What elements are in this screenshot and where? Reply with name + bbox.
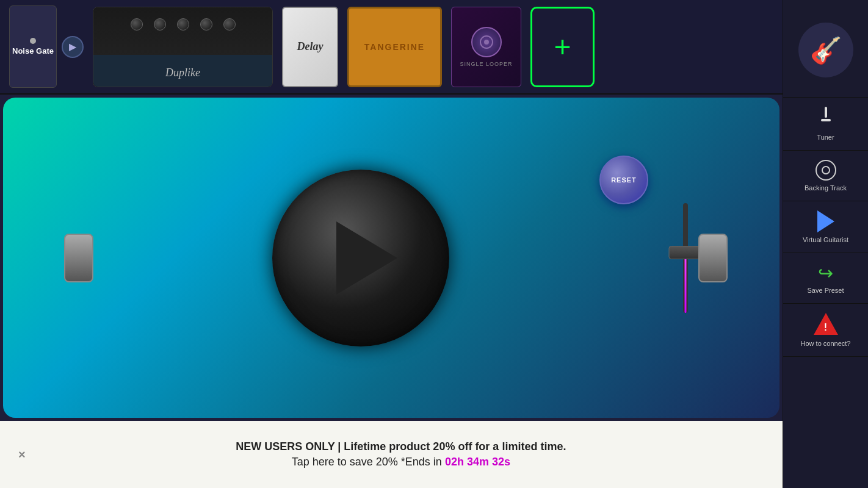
guitar-icon: 🎸 — [810, 35, 842, 65]
add-plus-icon: + — [554, 32, 571, 62]
amp-knob-3 — [177, 18, 189, 30]
looper-circle — [471, 27, 502, 57]
ad-tap-text: Tap here to save 20% *Ends in — [292, 456, 445, 468]
backing-track-label: Backing Track — [805, 184, 847, 192]
amp-knob-4 — [200, 18, 212, 30]
play-button[interactable] — [272, 170, 449, 346]
amp-knob-5 — [223, 18, 236, 30]
save-arrow-icon: ↪ — [818, 262, 833, 284]
cabinet-label: TANGERINE — [364, 42, 425, 52]
virtual-guitarist-label: Virtual Guitarist — [803, 236, 848, 243]
looper-unit[interactable]: SINGLE LOOPER — [451, 7, 521, 87]
add-effect-button[interactable]: + — [530, 7, 595, 87]
delay-label: Delay — [297, 40, 324, 53]
ad-timer: 02h 34m 32s — [445, 456, 510, 468]
warning-exclamation: ! — [824, 322, 827, 333]
slider-track — [683, 203, 688, 313]
knob-left — [64, 234, 93, 282]
amp-knob-1 — [131, 18, 143, 30]
reset-button[interactable]: RESET — [599, 156, 648, 204]
warning-container: ! — [814, 313, 838, 336]
looper-display: RESET — [0, 95, 783, 421]
ad-line1: NEW USERS ONLY | Lifetime product 20% of… — [38, 440, 764, 453]
amp-knob-2 — [154, 18, 166, 30]
sidebar-item-tuner[interactable]: Tuner — [783, 98, 868, 151]
ad-text: NEW USERS ONLY | Lifetime product 20% of… — [38, 440, 764, 468]
save-preset-label: Save Preset — [808, 287, 844, 294]
noise-gate-label: Noise Gate — [12, 46, 54, 56]
reset-label: RESET — [611, 176, 637, 184]
tuner-icon — [816, 107, 836, 130]
amp-unit[interactable]: Duplike — [93, 7, 273, 87]
sidebar-top: 🎸 — [783, 3, 868, 98]
looper-label: SINGLE LOOPER — [460, 61, 512, 67]
slider-fill — [685, 253, 687, 313]
sidebar-item-how-to-connect[interactable]: ! How to connect? — [783, 304, 868, 357]
side-knob-right — [698, 234, 728, 282]
cabinet-unit[interactable]: TANGERINE — [347, 7, 442, 87]
volume-slider[interactable] — [683, 203, 688, 313]
delay-pedal[interactable]: Delay — [282, 7, 338, 87]
virtual-guitarist-icon — [817, 210, 834, 232]
ad-bold: NEW USERS ONLY | — [236, 440, 341, 453]
sidebar-item-backing-track[interactable]: Backing Track — [783, 151, 868, 201]
top-toolbar: Noise Gate ▶ Duplike Delay TANGERINE — [0, 0, 783, 95]
tuner-base — [821, 119, 831, 121]
noise-gate-indicator — [30, 38, 36, 44]
right-sidebar: 🎸 Tuner Backing Track Virtual Guitarist … — [783, 0, 868, 488]
knob-right — [698, 234, 728, 282]
looper-dot — [484, 40, 489, 45]
backing-track-icon — [816, 160, 836, 181]
close-button[interactable]: × — [18, 448, 26, 462]
ad-rest: Lifetime product 20% off for a limited t… — [341, 440, 566, 453]
backing-inner-circle — [822, 166, 830, 174]
how-to-connect-label: How to connect? — [801, 340, 851, 347]
amp-name: Duplike — [93, 66, 272, 79]
tuner-stem — [825, 107, 827, 118]
noise-gate-unit[interactable]: Noise Gate — [9, 5, 57, 88]
side-knob-left — [64, 234, 93, 282]
save-preset-icon: ↪ — [816, 262, 836, 283]
ad-banner[interactable]: × NEW USERS ONLY | Lifetime product 20% … — [0, 421, 783, 488]
sidebar-item-virtual-guitarist[interactable]: Virtual Guitarist — [783, 201, 868, 253]
looper-inner-circle — [480, 35, 493, 49]
ad-line2: Tap here to save 20% *Ends in 02h 34m 32… — [38, 456, 764, 468]
guitar-icon-circle: 🎸 — [798, 23, 853, 77]
slider-handle[interactable] — [669, 246, 703, 259]
play-icon — [336, 221, 397, 295]
noise-gate-arrow[interactable]: ▶ — [62, 36, 84, 58]
amp-knobs — [131, 18, 236, 30]
sidebar-item-save-preset[interactable]: ↪ Save Preset — [783, 253, 868, 304]
vg-icon-wrapper — [817, 210, 834, 232]
tuner-label: Tuner — [817, 134, 834, 141]
noise-gate-block: Noise Gate ▶ — [9, 5, 84, 88]
